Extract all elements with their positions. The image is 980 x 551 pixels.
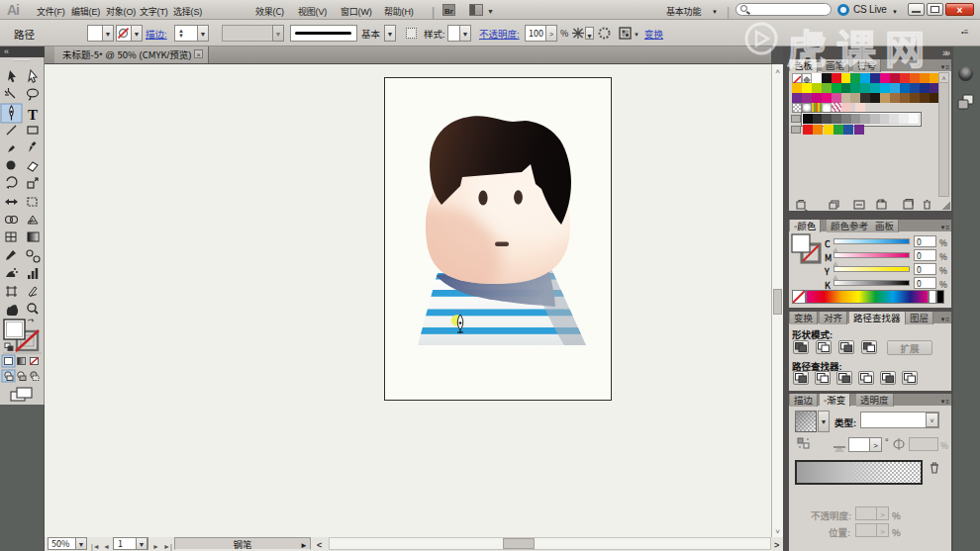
svg-text:T: T bbox=[28, 107, 38, 123]
